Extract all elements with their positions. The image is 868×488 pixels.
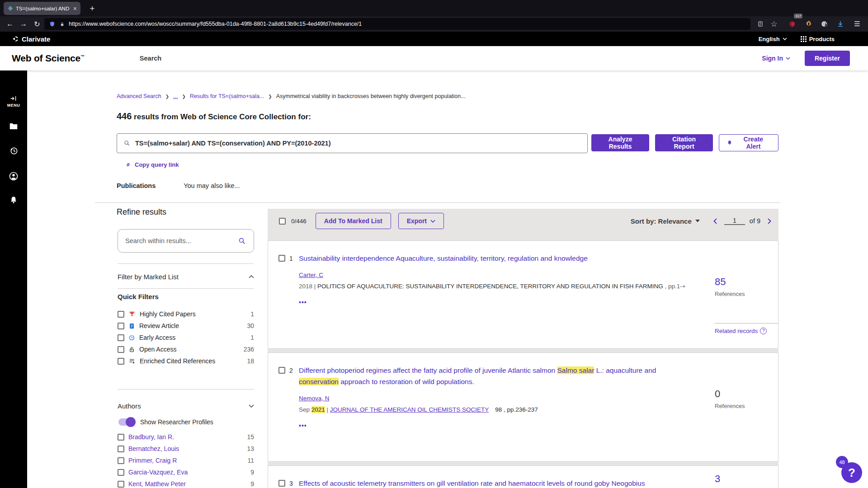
- related-records[interactable]: Related records ?: [715, 323, 778, 334]
- author-checkbox[interactable]: [118, 481, 124, 488]
- page-number-input[interactable]: [724, 217, 745, 225]
- references-count[interactable]: 0: [715, 388, 778, 400]
- breadcrumb-advanced-search[interactable]: Advanced Search: [117, 93, 161, 99]
- filter-label[interactable]: Early Access: [139, 334, 246, 341]
- new-tab-button[interactable]: +: [86, 2, 99, 15]
- selected-count: 0/446: [291, 218, 307, 225]
- products-menu[interactable]: Products: [801, 36, 835, 42]
- expand-menu-icon[interactable]: [0, 94, 27, 103]
- references-count[interactable]: 85: [715, 276, 778, 288]
- author-link[interactable]: Bradbury, Ian R.: [128, 433, 243, 441]
- analyze-results-button[interactable]: Analyze Results: [591, 134, 649, 151]
- notification-count-badge[interactable]: 48: [836, 456, 848, 468]
- result-card: 2 Different photoperiod regimes affect t…: [268, 352, 778, 462]
- result-title-link[interactable]: Different photoperiod regimes affect the…: [299, 365, 706, 387]
- reload-button[interactable]: ↻: [31, 16, 43, 32]
- search-icon[interactable]: [238, 237, 246, 245]
- author-link[interactable]: Primmer, Craig R: [128, 457, 243, 464]
- sort-dropdown[interactable]: Sort by: Relevance: [631, 217, 700, 225]
- add-to-marked-list-button[interactable]: Add To Marked List: [316, 213, 391, 229]
- result-author-link[interactable]: Carter, C: [299, 272, 323, 278]
- search-within-input[interactable]: [125, 237, 234, 244]
- search-within-results[interactable]: [118, 229, 254, 253]
- result-author-link[interactable]: Nemova, N: [299, 395, 330, 402]
- result-checkbox[interactable]: [278, 367, 285, 374]
- filter-checkbox[interactable]: [118, 311, 124, 318]
- clarivate-logo-icon: [12, 35, 19, 42]
- url-bar[interactable]: https://www.webofscience.com/wos/woscc/s…: [44, 18, 750, 30]
- filter-label[interactable]: Highly Cited Papers: [140, 310, 246, 318]
- query-input[interactable]: TS=(salmo+salar) AND TS=(conservation) A…: [117, 133, 588, 153]
- sign-in-button[interactable]: Sign In: [762, 55, 790, 62]
- result-checkbox[interactable]: [278, 480, 285, 487]
- wos-header: Web of Science™ Search Sign In Register: [0, 46, 868, 70]
- url-input[interactable]: https://www.webofscience.com/wos/woscc/s…: [69, 21, 362, 27]
- breadcrumb-ellipsis[interactable]: ...: [173, 93, 178, 99]
- filter-checkbox[interactable]: [118, 358, 124, 365]
- tab-you-may-also-like[interactable]: You may also like...: [184, 182, 240, 189]
- adblock-extension-icon[interactable]: 117: [786, 16, 798, 32]
- filter-checkbox[interactable]: [118, 323, 124, 329]
- forward-button[interactable]: →: [17, 16, 30, 32]
- more-options-button[interactable]: •••: [299, 299, 706, 306]
- back-button[interactable]: ←: [4, 16, 16, 32]
- breadcrumb-results[interactable]: Results for TS=(salmo+sala...: [190, 93, 264, 99]
- result-title-link[interactable]: Sustainability interdependence Aquacultu…: [299, 253, 706, 264]
- author-filter-row: Primmer, Craig R 11: [118, 455, 254, 466]
- create-alert-button[interactable]: Create Alert: [719, 134, 778, 151]
- left-rail: MENU: [0, 70, 27, 488]
- tracking-shield-icon[interactable]: [49, 21, 56, 28]
- filter-label[interactable]: Enriched Cited References: [140, 357, 243, 365]
- related-records-link[interactable]: Related records: [715, 328, 758, 334]
- filter-checkbox[interactable]: [118, 346, 124, 353]
- marked-list-folder-icon[interactable]: [0, 121, 27, 131]
- nav-search[interactable]: Search: [140, 55, 161, 62]
- extension-2-icon[interactable]: [802, 16, 815, 32]
- next-page-button[interactable]: [768, 218, 771, 224]
- language-selector[interactable]: English: [759, 36, 787, 42]
- bookmark-star-icon[interactable]: ☆: [768, 16, 780, 32]
- filter-by-marked-list-section[interactable]: Filter by Marked List: [118, 269, 254, 284]
- register-button[interactable]: Register: [805, 51, 850, 66]
- tab-publications[interactable]: Publications: [117, 182, 156, 189]
- author-link[interactable]: Bernatchez, Louis: [128, 445, 243, 452]
- breadcrumb-separator: ❯: [268, 94, 272, 99]
- show-profiles-toggle[interactable]: [118, 418, 134, 426]
- lock-icon[interactable]: [59, 21, 65, 27]
- download-icon[interactable]: [834, 16, 847, 32]
- wos-logo[interactable]: Web of Science™: [12, 53, 85, 64]
- search-icon: [123, 140, 131, 147]
- more-options-button[interactable]: •••: [299, 422, 706, 429]
- author-checkbox[interactable]: [118, 469, 124, 476]
- previous-page-button[interactable]: [713, 218, 717, 224]
- filter-count: 1: [250, 334, 254, 341]
- export-button[interactable]: Export: [398, 213, 444, 229]
- results-toolbar: 0/446 Add To Marked List Export Sort by:…: [268, 209, 778, 233]
- reader-view-icon[interactable]: [754, 16, 767, 32]
- authors-section[interactable]: Authors: [118, 399, 254, 413]
- select-all-checkbox[interactable]: [279, 218, 286, 225]
- chevron-up-icon: [249, 275, 254, 278]
- result-title-link[interactable]: Effects of acoustic telemetry transmitte…: [299, 478, 706, 488]
- author-checkbox[interactable]: [118, 457, 124, 464]
- notifications-bell-icon[interactable]: [0, 195, 27, 205]
- author-link[interactable]: Garcia-Vazquez, Eva: [128, 469, 246, 476]
- tab-close-icon[interactable]: ×: [73, 5, 77, 12]
- references-count[interactable]: 3: [715, 473, 778, 485]
- copy-query-link[interactable]: Copy query link: [125, 161, 179, 168]
- filter-checkbox[interactable]: [118, 334, 124, 341]
- author-checkbox[interactable]: [118, 446, 124, 452]
- clarivate-logo[interactable]: Clarivate: [12, 35, 50, 43]
- citation-report-button[interactable]: Citation Report: [655, 134, 713, 151]
- result-checkbox[interactable]: [278, 255, 285, 262]
- author-link[interactable]: Kent, Matthew Peter: [128, 480, 246, 488]
- history-icon[interactable]: [0, 145, 27, 156]
- filter-count: 1: [250, 310, 254, 318]
- filter-label[interactable]: Open Access: [139, 346, 240, 353]
- menu-hamburger-icon[interactable]: ☰: [851, 16, 863, 32]
- filter-label[interactable]: Review Article: [139, 322, 243, 329]
- account-icon[interactable]: [0, 171, 27, 182]
- browser-tab[interactable]: TS=(salmo+salar) AND TS=(con ×: [4, 2, 80, 15]
- privacy-extension-icon[interactable]: [818, 16, 831, 32]
- author-checkbox[interactable]: [118, 434, 124, 441]
